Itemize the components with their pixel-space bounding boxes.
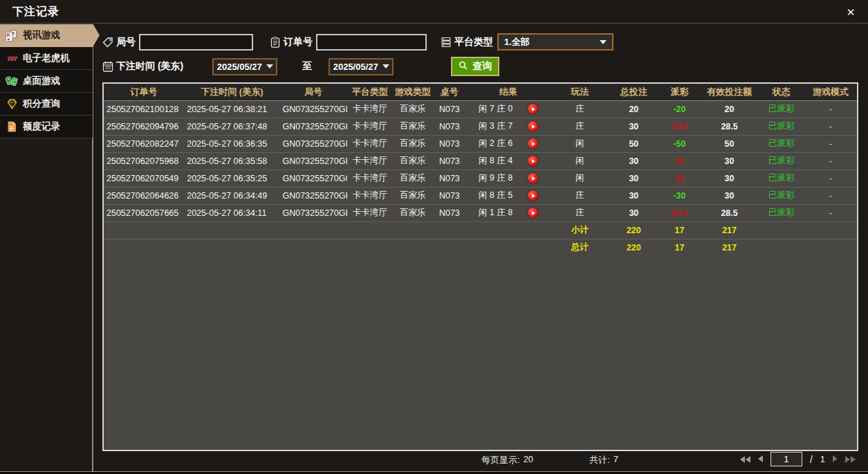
round-id-label: 局号 bbox=[116, 36, 136, 48]
sidebar-item-credit-records[interactable]: 额度记录 bbox=[0, 116, 93, 138]
replay-button[interactable] bbox=[528, 138, 538, 149]
subtotal-cell: 220 bbox=[609, 221, 658, 239]
column-header: 游戏类型 bbox=[393, 84, 433, 100]
grand-total-cell: 17 bbox=[658, 239, 700, 256]
sidebar-item-label: 电子老虎机 bbox=[23, 52, 70, 64]
subtotal-cell bbox=[279, 221, 347, 239]
svg-text:♥: ♥ bbox=[8, 37, 10, 41]
cell-platform: 卡卡湾厅 bbox=[347, 100, 393, 118]
play-icon bbox=[532, 107, 535, 111]
date-to-label: 至 bbox=[302, 60, 312, 73]
cell-bet-time: 2025-05-27 06:38:21 bbox=[184, 100, 279, 118]
cell-round-id: GN073255270GI bbox=[279, 135, 347, 152]
close-icon[interactable]: ✕ bbox=[843, 6, 858, 19]
next-page-button[interactable] bbox=[833, 454, 838, 464]
document-icon bbox=[6, 121, 18, 132]
result-text: 闲 1 庄 8 bbox=[479, 207, 513, 219]
cell-status: 已派彩 bbox=[759, 204, 804, 221]
platform-type-select[interactable]: 1.全部 bbox=[497, 33, 613, 51]
subtotal-cell: 17 bbox=[658, 221, 700, 239]
page-number-input[interactable]: 1 bbox=[770, 452, 802, 466]
subtotal-cell bbox=[393, 221, 433, 239]
cell-play: 闲 bbox=[551, 170, 609, 187]
subtotal-cell bbox=[759, 221, 804, 239]
sidebar: 9 K ♥ 视讯游戏 777 电子老虎机 桌面游戏 bbox=[0, 24, 93, 138]
subtotal-cell bbox=[804, 221, 857, 239]
slot-777-icon: 777 bbox=[6, 53, 18, 64]
cell-status: 已派彩 bbox=[759, 135, 804, 152]
replay-button[interactable] bbox=[528, 104, 538, 114]
playing-cards-icon: 9 K ♥ bbox=[6, 30, 18, 41]
cell-bet-time: 2025-05-27 06:35:58 bbox=[184, 152, 279, 170]
cell-total-bet: 30 bbox=[609, 187, 658, 204]
subtotal-row: 小计22017217 bbox=[104, 221, 857, 239]
cell-order-id: 250527062100128 bbox=[104, 100, 184, 118]
cell-table-no: N073 bbox=[433, 135, 466, 152]
clipboard-icon bbox=[270, 37, 281, 48]
prev-page-button[interactable] bbox=[758, 454, 763, 464]
cell-status: 已派彩 bbox=[759, 100, 804, 118]
replay-button[interactable] bbox=[528, 121, 538, 131]
subtotal-cell bbox=[347, 221, 393, 239]
cell-result: 闲 9 庄 8 bbox=[466, 170, 551, 187]
order-id-input[interactable] bbox=[316, 34, 427, 51]
sidebar-item-table-games[interactable]: 桌面游戏 bbox=[0, 70, 93, 93]
replay-button[interactable] bbox=[528, 208, 538, 218]
column-header: 桌号 bbox=[433, 84, 466, 100]
filter-bar: 局号 订单号 bbox=[102, 31, 868, 82]
sidebar-item-video-games[interactable]: 9 K ♥ 视讯游戏 bbox=[0, 24, 93, 47]
cell-game-type: 百家乐 bbox=[393, 170, 433, 187]
cell-game-type: 百家乐 bbox=[393, 204, 433, 221]
cell-game-mode: - bbox=[804, 187, 857, 204]
cell-payout: 28.5 bbox=[658, 204, 700, 221]
cell-game-type: 百家乐 bbox=[393, 135, 433, 152]
result-text: 闲 9 庄 8 bbox=[479, 172, 513, 184]
betting-records-window: 下注记录 ✕ 9 K ♥ 视讯游戏 777 电子老虎机 bbox=[0, 0, 868, 474]
order-id-label: 订单号 bbox=[284, 36, 313, 48]
play-icon bbox=[532, 159, 535, 163]
cell-bet-time: 2025-05-27 06:36:35 bbox=[184, 135, 279, 152]
column-header: 订单号 bbox=[104, 84, 184, 100]
cell-game-mode: - bbox=[804, 100, 857, 118]
cell-platform: 卡卡湾厅 bbox=[347, 118, 393, 135]
last-page-button[interactable] bbox=[845, 456, 856, 463]
table-header-row: 订单号下注时间 (美东)局号平台类型游戏类型桌号结果玩法总投注派彩有效投注额状态… bbox=[104, 84, 857, 100]
result-text: 闲 8 庄 5 bbox=[479, 190, 513, 201]
cell-game-mode: - bbox=[804, 135, 857, 152]
cell-order-id: 250527062070549 bbox=[104, 170, 184, 187]
cell-result: 闲 8 庄 4 bbox=[466, 152, 551, 170]
sidebar-item-label: 积分查询 bbox=[23, 98, 60, 110]
page-title: 下注记录 bbox=[12, 5, 59, 19]
bet-time-label: 下注时间 (美东) bbox=[116, 60, 183, 73]
cell-round-id: GN073255270GG bbox=[279, 170, 347, 187]
table-row: 2505270620822472025-05-27 06:36:35GN0732… bbox=[104, 135, 857, 152]
diamond-icon bbox=[6, 98, 18, 109]
cell-result: 闲 8 庄 5 bbox=[466, 187, 551, 204]
cell-bet-time: 2025-05-27 06:37:48 bbox=[184, 118, 279, 135]
cell-platform: 卡卡湾厅 bbox=[347, 204, 393, 221]
cell-valid-bet: 28.5 bbox=[701, 204, 759, 221]
cell-play: 闲 bbox=[551, 152, 609, 170]
result-text: 闲 3 庄 7 bbox=[479, 120, 513, 132]
column-header: 派彩 bbox=[658, 84, 700, 100]
subtotal-cell bbox=[184, 221, 279, 239]
cell-total-bet: 50 bbox=[609, 135, 658, 152]
cell-result: 闲 3 庄 7 bbox=[466, 118, 551, 135]
result-text: 闲 8 庄 4 bbox=[479, 155, 513, 167]
round-id-input[interactable] bbox=[139, 34, 253, 51]
table-row: 2505270620646262025-05-27 06:34:49GN0732… bbox=[104, 187, 857, 204]
replay-button[interactable] bbox=[528, 173, 538, 183]
column-header: 结果 bbox=[466, 84, 551, 100]
search-button[interactable]: 查询 bbox=[451, 57, 499, 76]
date-from-select[interactable]: 2025/05/27 bbox=[212, 58, 277, 75]
first-page-button[interactable] bbox=[740, 456, 750, 463]
platform-icon bbox=[441, 37, 452, 48]
date-to-select[interactable]: 2025/05/27 bbox=[329, 58, 394, 75]
sidebar-item-points-query[interactable]: 积分查询 bbox=[0, 93, 93, 116]
cell-payout: -20 bbox=[658, 100, 700, 118]
sidebar-item-slots[interactable]: 777 电子老虎机 bbox=[0, 47, 93, 70]
calendar-icon bbox=[102, 61, 113, 72]
cell-status: 已派彩 bbox=[759, 118, 804, 135]
replay-button[interactable] bbox=[528, 190, 538, 201]
replay-button[interactable] bbox=[528, 156, 538, 166]
